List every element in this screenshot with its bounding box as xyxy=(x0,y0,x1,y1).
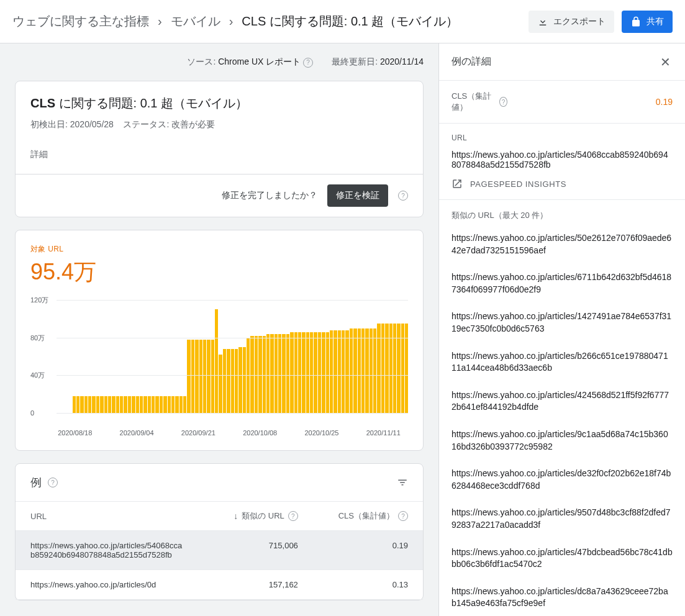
chart-bar xyxy=(160,396,163,413)
chart-bar xyxy=(195,340,198,413)
chart-xtick: 2020/10/08 xyxy=(243,429,277,437)
help-icon[interactable]: ? xyxy=(303,58,313,68)
chart-xtick: 2020/08/18 xyxy=(58,429,92,437)
close-icon[interactable]: ✕ xyxy=(658,55,673,70)
chart-bar xyxy=(338,330,341,413)
chart-bar xyxy=(330,330,333,413)
similar-urls-label: 類似の URL（最大 20 件） xyxy=(451,210,673,221)
chart-bar xyxy=(108,396,111,413)
similar-url-item[interactable]: https://news.yahoo.co.jp/articles/50e261… xyxy=(451,225,673,264)
chart-bar xyxy=(76,396,79,413)
export-button[interactable]: エクスポート xyxy=(528,11,614,33)
updated-label: 最終更新日: xyxy=(332,57,378,66)
chart-bar xyxy=(266,334,270,413)
similar-url-item[interactable]: https://news.yahoo.co.jp/articles/142749… xyxy=(451,303,673,342)
chart-bar xyxy=(322,332,325,413)
similar-url-item[interactable]: https://news.yahoo.co.jp/articles/47bdcb… xyxy=(451,539,673,578)
chart-ytick: 120万 xyxy=(30,296,48,305)
breadcrumb-root[interactable]: ウェブに関する主な指標 xyxy=(12,13,149,30)
chart-area: 040万80万120万 xyxy=(30,300,408,424)
similar-url-item[interactable]: https://news.yahoo.co.jp/articles/9507d4… xyxy=(451,499,673,538)
chart-bar xyxy=(163,396,166,413)
details-link[interactable]: 詳細 xyxy=(30,149,408,160)
row-url: https://news.yahoo.co.jp/articles/0d xyxy=(16,570,199,600)
col-similar[interactable]: ↓類似の URL? xyxy=(199,502,313,531)
chart-bar xyxy=(223,349,226,413)
chart-bar xyxy=(370,328,373,414)
chart-bar xyxy=(120,396,123,413)
examples-title: 例 ? xyxy=(30,475,58,490)
export-label: エクスポート xyxy=(553,16,606,27)
similar-url-item[interactable]: https://news.yahoo.co.jp/articles/424568… xyxy=(451,382,673,421)
share-label: 共有 xyxy=(646,16,664,27)
similar-url-item[interactable]: https://news.yahoo.co.jp/articles/b266c6… xyxy=(451,343,673,382)
similar-url-item[interactable]: https://news.yahoo.co.jp/articles/6711b6… xyxy=(451,264,673,303)
chart-bar xyxy=(100,396,103,413)
chart-bar xyxy=(140,396,143,413)
col-cls[interactable]: CLS（集計値）? xyxy=(313,502,423,531)
download-icon xyxy=(537,16,548,27)
chart-xtick: 2020/10/25 xyxy=(304,429,338,437)
chart-bar xyxy=(112,396,115,413)
source-value[interactable]: Chrome UX レポート xyxy=(218,57,301,66)
chart-bar xyxy=(377,324,380,413)
issue-title: CLS に関する問題: 0.1 超（モバイル） xyxy=(30,95,408,112)
chart-bar xyxy=(350,328,353,414)
chart-bar xyxy=(207,340,210,413)
validate-button[interactable]: 修正を検証 xyxy=(327,184,388,207)
chart-bar xyxy=(306,332,309,413)
chart-bar xyxy=(270,334,273,413)
chart-bar xyxy=(397,324,400,413)
chart-gridline xyxy=(57,413,408,414)
source-label: ソース: xyxy=(187,57,215,66)
chart-xaxis: 2020/08/182020/09/042020/09/212020/10/08… xyxy=(57,424,408,437)
chart-bar xyxy=(215,309,218,413)
meta-row: ソース: Chrome UX レポート ? 最終更新日: 2020/11/14 xyxy=(0,43,438,81)
chart-bar xyxy=(219,355,222,413)
chart-bar xyxy=(274,334,278,413)
col-url[interactable]: URL xyxy=(16,502,199,531)
help-icon[interactable]: ? xyxy=(48,478,58,487)
similar-url-item[interactable]: https://news.yahoo.co.jp/articles/de32f0… xyxy=(451,460,673,499)
chart-bar xyxy=(96,396,99,413)
top-bar: ウェブに関する主な指標 › モバイル › CLS に関する問題: 0.1 超（モ… xyxy=(0,0,685,43)
share-button[interactable]: 共有 xyxy=(622,11,673,33)
chart-bar xyxy=(168,396,171,413)
chart-gridline xyxy=(57,300,408,301)
lock-icon xyxy=(630,16,642,27)
similar-url-item[interactable]: https://news.yahoo.co.jp/articles/9c1aa5… xyxy=(451,421,673,460)
pagespeed-insights-link[interactable]: PAGESPEED INSIGHTS xyxy=(451,178,673,189)
chart-bar xyxy=(263,336,266,413)
help-icon[interactable]: ? xyxy=(398,511,408,521)
filter-icon[interactable] xyxy=(397,477,408,488)
breadcrumb-current: CLS に関する問題: 0.1 超（モバイル） xyxy=(242,13,458,30)
chart-bar xyxy=(345,330,348,413)
updated-block: 最終更新日: 2020/11/14 xyxy=(332,57,424,68)
chart-bar xyxy=(199,340,202,413)
help-icon[interactable]: ? xyxy=(499,97,507,107)
chart-bar xyxy=(191,340,194,413)
chart-bar xyxy=(318,332,321,413)
chart-bar xyxy=(358,328,361,414)
url-section-label: URL xyxy=(451,134,673,142)
chart-bar xyxy=(353,328,356,414)
source-block: ソース: Chrome UX レポート ? xyxy=(187,57,313,68)
chart-bar xyxy=(227,349,230,413)
breadcrumb-mobile[interactable]: モバイル xyxy=(171,13,220,30)
chart-bar xyxy=(389,324,392,413)
main-url[interactable]: https://news.yahoo.co.jp/articles/54068c… xyxy=(451,150,673,170)
chart-xtick: 2020/09/21 xyxy=(181,429,215,437)
chart-bar xyxy=(175,396,178,413)
chart-bar xyxy=(302,332,305,413)
table-row[interactable]: https://news.yahoo.co.jp/articles/54068c… xyxy=(16,531,423,570)
chart-ytick: 80万 xyxy=(30,333,45,342)
help-icon[interactable]: ? xyxy=(288,511,298,521)
chevron-right-icon: › xyxy=(229,14,234,29)
similar-url-item[interactable]: https://news.yahoo.co.jp/articles/dc8a7a… xyxy=(451,578,673,616)
chart-bar xyxy=(282,334,285,413)
help-icon[interactable]: ? xyxy=(398,191,408,201)
table-row[interactable]: https://news.yahoo.co.jp/articles/0d157,… xyxy=(16,570,423,600)
chart-bar xyxy=(333,330,337,413)
row-cls: 0.13 xyxy=(313,570,423,600)
chart-ytick: 0 xyxy=(30,409,34,417)
